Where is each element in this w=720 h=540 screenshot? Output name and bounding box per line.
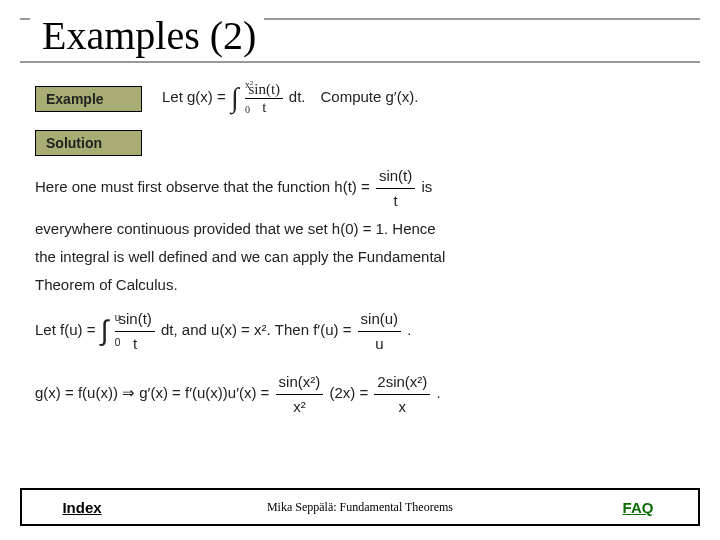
txt: Here one must first observe that the fun… <box>35 178 334 195</box>
solution-line-2: everywhere continuous provided that we s… <box>35 217 685 241</box>
solution-line-4: Theorem of Calculus. <box>35 273 685 297</box>
footer-author: Mika Seppälä: Fundamental Theorems <box>142 490 578 524</box>
num: sin(u) <box>358 307 402 332</box>
solution-line-5: Let f(u) = ∫ u 0 sin(t) t dt, and u(x) =… <box>35 307 685 356</box>
txt: Let <box>35 321 60 338</box>
solution-line-1: Here one must first observe that the fun… <box>35 164 685 213</box>
int-lower: 0 <box>245 106 250 114</box>
txt: Hence <box>392 220 435 237</box>
num: sin(t) <box>115 307 154 332</box>
h-eq: h(t) = <box>334 178 374 195</box>
txt: and <box>182 321 211 338</box>
num: sin(x²) <box>276 370 324 395</box>
res-frac-1: sin(x²) x² <box>276 370 324 419</box>
den: t <box>376 189 415 213</box>
solution-line-6: g(x) = f(u(x)) ⇒ g′(x) = f′(u(x))u′(x) =… <box>35 370 685 419</box>
integral-sign: ∫ x² 0 <box>231 87 239 109</box>
h-frac: sin(t) t <box>376 164 415 213</box>
ux: u(x) = x². <box>211 321 271 338</box>
compute: Compute g′(x). <box>321 88 419 105</box>
slide-title-block: Examples (2) <box>20 0 700 63</box>
problem-statement: Let g(x) = ∫ x² 0 sin(t) t dt. Compute g… <box>162 81 418 116</box>
dot: . <box>407 321 411 338</box>
index-link[interactable]: Index <box>22 490 142 524</box>
txt: is <box>421 178 432 195</box>
num: sin(t) <box>376 164 415 189</box>
solution-label-box: Solution <box>35 130 142 156</box>
footer-bar: Index Mika Seppälä: Fundamental Theorems… <box>20 488 700 526</box>
den: u <box>358 332 402 356</box>
chain: g(x) = f(u(x)) ⇒ g′(x) = f′(u(x))u′(x) = <box>35 384 274 401</box>
num: 2sin(x²) <box>374 370 430 395</box>
f-eq: f(u) = <box>60 321 100 338</box>
integral-sign: ∫ u 0 <box>101 320 109 342</box>
txt: everywhere continuous provided that we s… <box>35 220 332 237</box>
den: x <box>374 395 430 419</box>
solution-line-3: the integral is well defined and we can … <box>35 245 685 269</box>
res-frac-2: 2sin(x²) x <box>374 370 430 419</box>
den: x² <box>276 395 324 419</box>
int-upper: x² <box>245 81 253 89</box>
solution-label-row: Solution <box>35 130 685 156</box>
int-upper: u <box>115 314 121 322</box>
gx: g(x) = <box>187 88 230 105</box>
fp-frac: sin(u) u <box>358 307 402 356</box>
dot: . <box>437 384 441 401</box>
mid: (2x) = <box>329 384 372 401</box>
f-frac: sin(t) t <box>115 307 154 356</box>
h0: h(0) = 1. <box>332 220 388 237</box>
fprime: f′(u) = <box>313 321 355 338</box>
example-label-box: Example <box>35 86 142 112</box>
dt: dt, <box>161 321 178 338</box>
txt: Let <box>162 88 187 105</box>
slide-title: Examples (2) <box>30 12 264 59</box>
den: t <box>115 332 154 356</box>
dt: dt. <box>289 88 306 105</box>
int-lower: 0 <box>115 339 121 347</box>
txt: Then <box>275 321 313 338</box>
den: t <box>245 99 283 116</box>
slide-content: Example Let g(x) = ∫ x² 0 sin(t) t dt. C… <box>0 63 720 419</box>
example-row: Example Let g(x) = ∫ x² 0 sin(t) t dt. C… <box>35 81 685 116</box>
faq-link[interactable]: FAQ <box>578 490 698 524</box>
